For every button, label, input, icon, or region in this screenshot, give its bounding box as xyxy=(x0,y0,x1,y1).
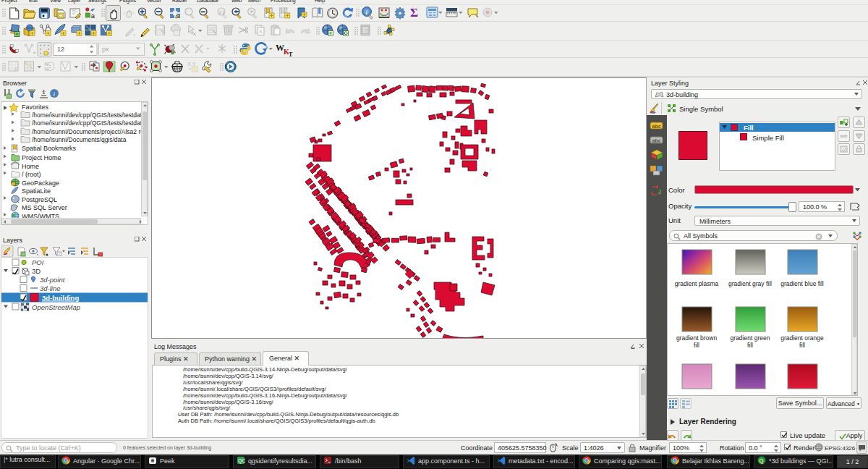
svg-text:/ (root): / (root) xyxy=(22,171,41,178)
svg-text:POI: POI xyxy=(32,258,44,266)
svg-text:/home/isunni/dev/cpp/QGIS/test: /home/isunni/dev/cpp/QGIS/tests/testdata xyxy=(32,111,145,119)
svg-text:gradient brown: gradient brown xyxy=(676,334,718,342)
svg-text:Home: Home xyxy=(22,163,39,170)
svg-text:gradient gray fill: gradient gray fill xyxy=(728,280,772,287)
svg-text:NC: NC xyxy=(45,67,52,72)
svg-text:fill: fill xyxy=(694,342,699,349)
svg-text:Σ: Σ xyxy=(410,6,418,20)
svg-text:/home/isunni/Documents/qgis/da: /home/isunni/Documents/qgis/data xyxy=(32,136,127,143)
svg-text:/home/isunni/Documents/project: /home/isunni/Documents/project/Alsa2 ro xyxy=(32,128,144,135)
svg-text:gradient plasma: gradient plasma xyxy=(675,280,719,287)
svg-text:gradient orange: gradient orange xyxy=(780,334,824,342)
svg-text:abc: abc xyxy=(652,138,661,143)
svg-text:fill: fill xyxy=(747,342,753,349)
svg-text:Spatial Bookmarks: Spatial Bookmarks xyxy=(22,145,77,152)
svg-text:Q: Q xyxy=(759,457,763,464)
svg-text:OpenStreetMap: OpenStreetMap xyxy=(32,303,80,311)
svg-text:3d-building: 3d-building xyxy=(42,294,79,302)
svg-text:SpatiaLite: SpatiaLite xyxy=(22,187,51,195)
svg-text:3: 3 xyxy=(259,29,262,34)
svg-text:PostgreSQL: PostgreSQL xyxy=(22,196,57,203)
svg-text:gradient green: gradient green xyxy=(731,334,770,342)
svg-text:T: T xyxy=(289,51,293,58)
svg-text:abc: abc xyxy=(652,124,661,129)
svg-text:Project Home: Project Home xyxy=(22,154,61,161)
svg-text:GeoPackage: GeoPackage xyxy=(22,179,59,187)
svg-text:?: ? xyxy=(364,28,367,34)
svg-text:3D: 3D xyxy=(32,267,41,275)
svg-text:QC: QC xyxy=(238,458,245,464)
svg-text:/home/isunni/dev/cpp/QGIS/test: /home/isunni/dev/cpp/QGIS/tests/testdata xyxy=(32,119,145,127)
svg-text:12: 12 xyxy=(57,46,64,53)
svg-text:px: px xyxy=(102,46,109,53)
svg-text:3d-point: 3d-point xyxy=(40,276,65,284)
svg-text:X,Y: X,Y xyxy=(187,62,196,67)
svg-text:MS SQL Server: MS SQL Server xyxy=(22,204,67,211)
svg-text:a: a xyxy=(91,12,95,20)
svg-text:fill: fill xyxy=(799,342,805,349)
svg-text:1:1: 1:1 xyxy=(219,10,225,14)
svg-text:3d-line: 3d-line xyxy=(40,284,61,292)
svg-text:Favorites: Favorites xyxy=(22,103,49,111)
svg-text:NC: NC xyxy=(45,62,52,67)
svg-text:gradient blue fill: gradient blue fill xyxy=(780,280,824,287)
